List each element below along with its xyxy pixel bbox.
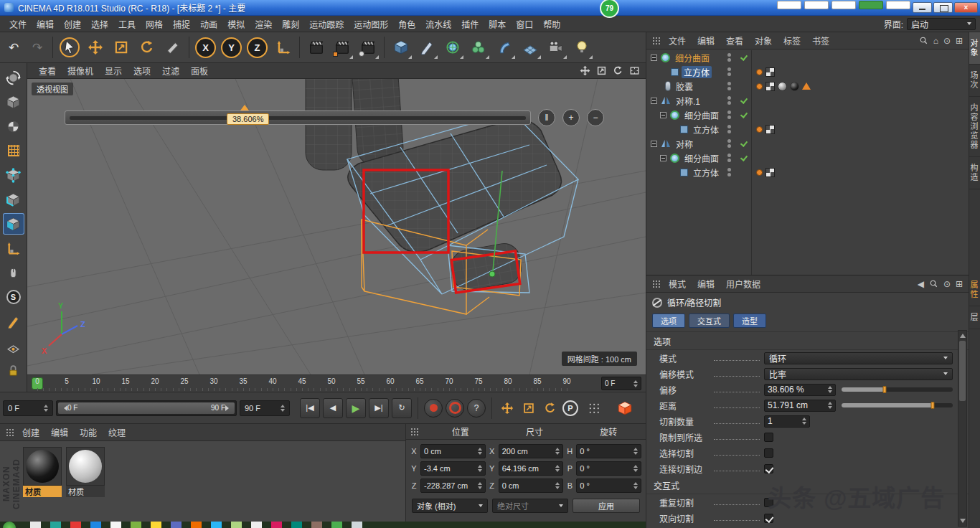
y-axis-lock-button[interactable]: Y — [221, 37, 242, 58]
visibility-dots[interactable] — [727, 96, 731, 105]
collapse-icon[interactable] — [660, 155, 666, 161]
target-icon[interactable]: ⊙ — [943, 36, 951, 46]
orange-dot-tag-icon[interactable] — [756, 169, 763, 176]
record-scale-toggle[interactable] — [519, 399, 538, 418]
object-row[interactable]: 立方体 — [646, 165, 969, 179]
taskbar-icon[interactable] — [191, 522, 202, 528]
maximize-button[interactable] — [933, 2, 953, 13]
dock-tab-objects[interactable]: 对象 — [969, 32, 980, 65]
render-settings-button[interactable] — [355, 34, 380, 60]
taskbar-icon[interactable] — [331, 522, 342, 528]
object-menu-item[interactable]: 查看 — [720, 34, 749, 47]
current-frame-field[interactable]: 0 F — [3, 400, 53, 416]
size-mode-select[interactable]: 绝对尺寸 — [492, 499, 568, 513]
orange-dot-tag-icon[interactable] — [756, 69, 763, 75]
texture-tag-icon[interactable] — [765, 168, 775, 177]
enabled-check-icon[interactable] — [740, 97, 748, 105]
material-tag-icon[interactable] — [778, 82, 787, 91]
orange-dot-tag-icon[interactable] — [756, 83, 763, 90]
apply-button[interactable]: 应用 — [573, 499, 640, 513]
taskbar-icon[interactable] — [90, 522, 101, 528]
make-editable-button[interactable] — [3, 67, 24, 88]
lock-workplane-button[interactable] — [3, 359, 24, 381]
stepper-icon[interactable] — [476, 448, 482, 455]
viewport-menu-item[interactable]: 显示 — [99, 64, 128, 77]
visibility-dots[interactable] — [727, 125, 731, 133]
object-row[interactable]: 对称.1 — [646, 93, 969, 108]
move-tool-button[interactable] — [83, 34, 108, 60]
taskbar-icon[interactable] — [231, 522, 242, 528]
enabled-check-icon[interactable] — [740, 140, 748, 148]
distance-field[interactable]: 51.791 cm — [764, 400, 836, 412]
tag-list[interactable] — [756, 67, 775, 77]
texture-tag-icon[interactable] — [765, 125, 775, 134]
object-menu-item[interactable]: 书签 — [806, 34, 835, 47]
menu-item[interactable]: 编辑 — [32, 16, 59, 32]
scroll-up-icon[interactable] — [960, 334, 966, 338]
viewport-menu-item[interactable]: 查看 — [33, 64, 62, 77]
stepper-icon[interactable] — [800, 418, 806, 425]
collapse-icon[interactable] — [660, 112, 666, 118]
viewport-menu-item[interactable]: 摄像机 — [62, 64, 99, 77]
visibility-dots[interactable] — [727, 53, 731, 62]
material-menu-item[interactable]: 编辑 — [45, 425, 74, 439]
x-axis-lock-button[interactable]: X — [195, 37, 216, 58]
orange-triangle-tag-icon[interactable] — [802, 82, 811, 90]
position-z-field[interactable]: -228.287 cm — [420, 478, 486, 493]
perspective-viewport[interactable]: Y Z X 透视视图 38.606% ‖ + − 网格间距 : 100 cm — [27, 79, 646, 374]
last-tool-button[interactable] — [160, 34, 185, 60]
overlay-tile[interactable] — [777, 1, 801, 9]
visibility-dots[interactable] — [727, 67, 731, 76]
cuts-field[interactable]: 1 — [764, 415, 810, 428]
range-right-arrow-icon[interactable] — [225, 405, 229, 411]
pan-view-icon[interactable] — [580, 65, 590, 76]
object-label[interactable]: 细分曲面 — [673, 52, 712, 64]
redo-button[interactable]: ↷ — [26, 35, 49, 60]
menu-item[interactable]: 运动图形 — [349, 16, 393, 32]
enabled-check-icon[interactable] — [740, 111, 748, 119]
bidirectional-checkbox[interactable] — [764, 514, 773, 523]
record-rotation-toggle[interactable] — [541, 399, 560, 418]
stepper-icon[interactable] — [631, 380, 638, 387]
undo-button[interactable]: ↶ — [2, 35, 25, 60]
menu-item[interactable]: 脚本 — [484, 16, 511, 32]
size-z-field[interactable]: 0 cm — [499, 478, 564, 493]
material-item[interactable]: 材质 — [66, 447, 105, 528]
object-menu-item[interactable]: 标签 — [778, 34, 806, 47]
record-position-toggle[interactable] — [498, 399, 517, 418]
object-menu-item[interactable]: 对象 — [749, 34, 778, 47]
object-label[interactable]: 立方体 — [691, 123, 721, 136]
enabled-check-icon[interactable] — [740, 54, 748, 62]
material-item[interactable]: 材质 — [23, 447, 62, 528]
position-x-field[interactable]: 0 cm — [420, 444, 486, 458]
object-label[interactable]: 立方体 — [682, 66, 712, 78]
tag-list[interactable] — [756, 82, 811, 91]
object-row[interactable]: 胶囊 — [646, 79, 969, 93]
overlay-tile[interactable] — [804, 1, 829, 9]
material-menu-item[interactable]: 纹理 — [103, 425, 131, 439]
autokey-button[interactable] — [446, 399, 464, 418]
menu-item[interactable]: 窗口 — [511, 16, 538, 32]
stepper-icon[interactable] — [42, 405, 48, 412]
home-icon[interactable]: ⌂ — [933, 36, 938, 46]
distance-slider[interactable] — [842, 403, 953, 407]
rotate-view-icon[interactable] — [613, 65, 623, 76]
taskbar-icon[interactable] — [131, 522, 141, 528]
taskbar-icon[interactable] — [70, 522, 81, 528]
timeline-ruler[interactable]: 0 5 10 15 20 25 30 35 40 45 50 55 60 65 … — [27, 374, 646, 392]
live-selection-button[interactable] — [57, 34, 82, 60]
stepper-icon[interactable] — [631, 465, 638, 472]
tag-list[interactable] — [756, 125, 775, 134]
taskbar-icon[interactable] — [50, 522, 61, 528]
minimize-button[interactable] — [913, 2, 932, 13]
material-menu-item[interactable]: 功能 — [74, 425, 103, 439]
rotation-b-field[interactable]: 0 ° — [576, 478, 641, 493]
menu-item[interactable]: 运动跟踪 — [304, 16, 349, 32]
add-environment-button[interactable] — [517, 34, 542, 60]
tag-list[interactable] — [756, 168, 775, 177]
taskbar-icon[interactable] — [171, 522, 182, 528]
taskbar-icon[interactable] — [271, 522, 282, 528]
object-row[interactable]: 细分曲面 — [646, 151, 969, 165]
menu-item[interactable]: 网格 — [141, 16, 168, 32]
collapse-icon[interactable] — [651, 141, 657, 147]
